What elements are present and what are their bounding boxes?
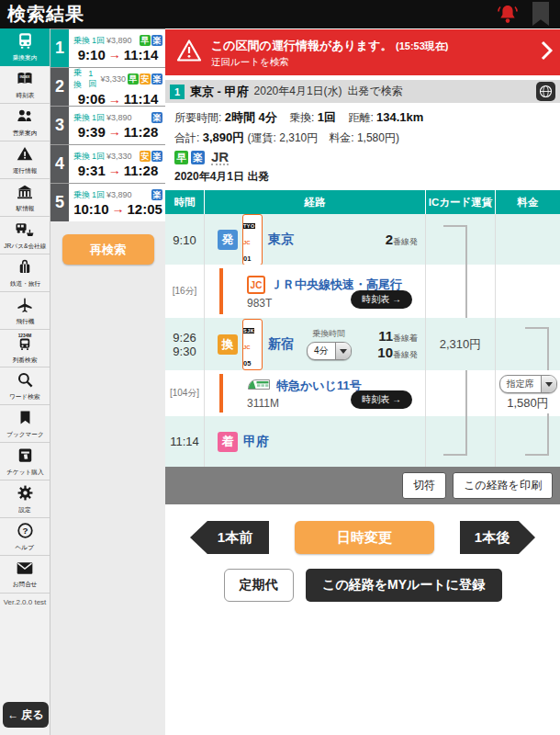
print-route-button[interactable]: この経路を印刷 [453, 472, 553, 499]
help-icon: ? [17, 522, 34, 543]
depart-time: 9:10 [78, 47, 106, 62]
route-option-number: 5 [50, 184, 69, 221]
warning-triangle-icon [16, 145, 34, 166]
notification-bell-icon[interactable] [496, 2, 520, 28]
station-link-tokyo[interactable]: 東京 [268, 232, 294, 248]
departure-time: 9:10 [173, 233, 196, 247]
station-link-shinjuku[interactable]: 新宿 [268, 336, 294, 353]
sidebar-item-label: 鉄道・旅行 [9, 280, 39, 288]
header-bookmark-icon[interactable] [529, 2, 553, 28]
bus-ship-icon [15, 220, 35, 242]
table-header-row: 時間 経路 ICカード運賃 料金 [165, 190, 560, 214]
departure-badge: 発 [218, 230, 238, 250]
sidebar-item-transit-guide[interactable]: 乗換案内 [0, 28, 50, 66]
route-option-5[interactable]: 5 乗換 1回 ¥3,890 楽 10:10 → 12:05 [50, 184, 165, 221]
fare-bracket-top [525, 327, 549, 373]
sidebar-item-timetable[interactable]: INDEX 時刻表 [0, 66, 50, 104]
timetable-button[interactable]: 時刻表 → [351, 290, 412, 309]
route-option-1[interactable]: 1 乗換 1回 ¥3,890 早 楽 9:10 → 11:14 [50, 29, 165, 67]
fare-detail: (運賃: 2,310円 料金: 1,580円) [248, 131, 399, 144]
arrival-time: 11:14 [170, 435, 199, 448]
express-fare: 1,580円 [507, 395, 549, 412]
sidebar-item-label: JRバス&会社線 [4, 243, 46, 250]
transfer-count: 1回 [88, 69, 98, 90]
route-secondary-actions: 定期代 この経路をMYルートに登録 [165, 569, 560, 602]
table-row-transfer-shinjuku: 9:26 9:30 換 SJK JC 05 新宿 乗換時間 4分 [165, 318, 560, 370]
depart-time: 9:31 [78, 163, 106, 178]
sidebar-item-train-number-search[interactable]: 1234M 列番検索 [0, 330, 50, 368]
transfer-time-select[interactable]: 4分 [307, 342, 352, 360]
alert-sub-message: 迂回ルートを検索 [211, 56, 532, 69]
sidebar-item-contact[interactable]: お問合せ [0, 556, 50, 594]
globe-icon[interactable] [536, 82, 555, 101]
sidebar: 乗換案内 INDEX 時刻表 営業案内 運行情報 駅情報 JRバス&会社線 鉄道… [0, 28, 50, 735]
sidebar-item-word-search[interactable]: ワード検索 [0, 368, 50, 405]
route-detail-table: 時間 経路 ICカード運賃 料金 9:10 発 TYO JC 01 東京 2番線… [165, 190, 560, 504]
total-value: 3,890円 [203, 130, 245, 144]
main-content: この区間の運行情報があります。 (15:53現在) 迂回ルートを検索 1 東京 … [165, 28, 560, 735]
arrive-time: 11:14 [124, 47, 159, 62]
alert-message: この区間の運行情報があります。 [211, 39, 392, 52]
sidebar-item-help[interactable]: ? ヘルプ [0, 518, 50, 556]
badge-easy: 楽 [151, 35, 162, 46]
route-option-4[interactable]: 4 乗換 1回 ¥3,330 安 楽 9:31 → 11:28 [50, 145, 165, 183]
sidebar-item-airplane[interactable]: 飛行機 [0, 292, 50, 330]
sidebar-item-jr-bus-lines[interactable]: JRバス&会社線 [0, 217, 50, 254]
route-price: ¥3,330 [100, 74, 126, 84]
arrow-right-icon: → [108, 124, 121, 139]
sidebar-item-settings[interactable]: 設定 [0, 481, 50, 518]
search-date: 2020年4月1日(水) [254, 84, 342, 99]
previous-train-button[interactable]: 1本前 [190, 521, 269, 554]
route-summary: 所要時間: 2時間 4分 乗換: 1回 距離: 134.1km 合計: 3,89… [165, 103, 560, 190]
next-train-button[interactable]: 1本後 [460, 521, 535, 554]
sidebar-item-label: 時刻表 [16, 92, 34, 99]
table-action-bar: 切符 この経路を印刷 [165, 467, 560, 504]
alert-time-note: (15:53現在) [396, 40, 448, 51]
badge-easy: 楽 [151, 74, 162, 85]
route-option-2[interactable]: 2 乗換 1回 ¥3,330 早 安 楽 9:06 → [50, 68, 165, 106]
train-link-kaiji-11[interactable]: 特急かいじ11号 [276, 378, 362, 394]
route-options-panel: 1 乗換 1回 ¥3,890 早 楽 9:10 → 11:14 [50, 28, 165, 735]
register-myroute-button[interactable]: この経路をMYルートに登録 [306, 569, 502, 602]
sidebar-item-label: ブックマーク [6, 431, 44, 438]
depart-time: 10:10 [73, 201, 108, 217]
sidebar-item-ticket-purchase[interactable]: チケット購入 [0, 443, 50, 481]
operation-alert-banner[interactable]: この区間の運行情報があります。 (15:53現在) 迂回ルートを検索 [165, 29, 560, 75]
transfer-label: 乗換 [73, 151, 90, 163]
page-title: 検索結果 [7, 2, 487, 27]
sidebar-item-station-info[interactable]: 駅情報 [0, 179, 50, 217]
arrow-right-icon: → [112, 201, 125, 216]
sidebar-item-label: 営業案内 [13, 130, 38, 137]
app-version: Ver.2.0.0 test [0, 594, 50, 606]
station-number-badge-shinjuku: SJK JC 05 [242, 319, 263, 370]
travel-bag-icon [17, 258, 33, 279]
arrive-time: 11:28 [124, 163, 159, 178]
sidebar-item-rail-travel[interactable]: 鉄道・旅行 [0, 254, 50, 292]
sidebar-item-operation-info[interactable]: 運行情報 [0, 141, 50, 179]
seat-type-select[interactable]: 指定席 [499, 375, 557, 393]
timetable-button[interactable]: 時刻表 → [351, 390, 412, 409]
route-option-3[interactable]: 3 乗換 1回 ¥3,890 楽 9:39 → 11:28 [50, 107, 165, 144]
badge-easy: 楽 [151, 189, 162, 200]
route-endpoints: 東京 - 甲府 [190, 84, 249, 100]
station-link-kofu[interactable]: 甲府 [243, 434, 269, 450]
datetime-change-button[interactable]: 日時変更 [295, 521, 434, 554]
arrive-time: 12:05 [128, 201, 162, 217]
svg-text:INDEX: INDEX [19, 75, 30, 79]
transfer-count: 1回 [92, 112, 105, 124]
route-options-list: 1 乗換 1回 ¥3,890 早 楽 9:10 → 11:14 [50, 28, 165, 221]
back-button[interactable]: ← 戻る [3, 702, 49, 728]
sidebar-item-business-info[interactable]: 営業案内 [0, 104, 50, 141]
ticket-button[interactable]: 切符 [402, 472, 446, 499]
transfer-count: 1回 [92, 151, 105, 163]
table-row-segment-kaiji-express: [104分] 特急かいじ11号 3111M 時刻表 → [165, 370, 560, 416]
sidebar-item-bookmark[interactable]: ブックマーク [0, 405, 50, 443]
research-button[interactable]: 再検索 [62, 234, 154, 265]
transfers-value: 1回 [318, 110, 336, 124]
commuter-pass-button[interactable]: 定期代 [224, 569, 294, 602]
mail-icon [16, 560, 34, 580]
arrow-right-icon: → [108, 47, 121, 62]
back-arrow-icon: ← [7, 708, 18, 721]
search-mode: 出発で検索 [348, 84, 403, 99]
transfer-time-label: 乗換時間 [312, 328, 345, 340]
